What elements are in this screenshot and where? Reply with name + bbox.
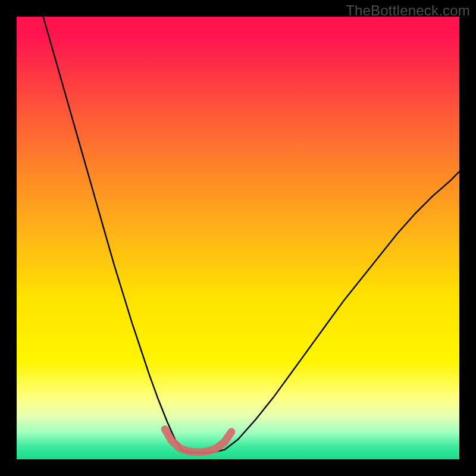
bottleneck-curve: [43, 17, 459, 453]
curve-layer: [17, 17, 459, 459]
valley-highlight-path: [165, 429, 231, 452]
plot-area: [17, 17, 459, 459]
valley-highlight: [165, 429, 231, 452]
chart-frame: TheBottleneck.com: [0, 0, 476, 476]
watermark-text: TheBottleneck.com: [346, 2, 470, 19]
bottleneck-curve-path: [43, 17, 459, 453]
